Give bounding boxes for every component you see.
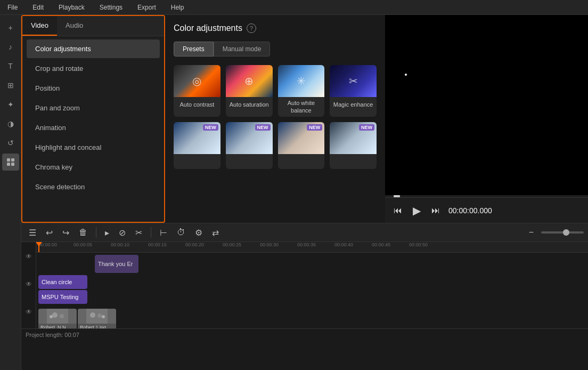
svg-rect-3 <box>11 163 14 166</box>
svg-point-6 <box>60 314 64 318</box>
manual-mode-button[interactable]: Manual mode <box>214 42 271 57</box>
play-button[interactable]: ▶ <box>411 202 423 219</box>
track-visibility-3[interactable]: 👁 <box>26 308 32 316</box>
track-right: 00:00:00 00:00:05 00:00:10 00:00:15 00:0… <box>36 242 588 328</box>
sticker-button[interactable]: ✦ <box>2 96 19 113</box>
split-button[interactable]: ⊢ <box>157 226 170 240</box>
effects-button[interactable] <box>2 154 19 171</box>
clip-thank-you[interactable]: Thank you Er <box>95 255 138 273</box>
main-layout: + ♪ T ⊞ ✦ ◑ ↺ Video Audio Col <box>0 15 588 370</box>
menu-export[interactable]: Export <box>134 3 159 12</box>
svg-point-10 <box>97 313 102 318</box>
menu-bar: File Edit Playback Settings Export Help <box>0 0 588 15</box>
preset-label-white-balance: Auto white balance <box>278 97 325 117</box>
menu-pan-zoom[interactable]: Pan and zoom <box>27 99 160 117</box>
redo-timeline-button[interactable]: ↪ <box>59 226 72 240</box>
presets-mode-button[interactable]: Presets <box>174 42 214 57</box>
menu-help[interactable]: Help <box>168 3 187 12</box>
speed-button[interactable]: ⏱ <box>174 226 189 239</box>
help-icon[interactable]: ? <box>247 23 256 33</box>
ruler-mark-7: 00:00:35 <box>297 242 316 247</box>
more-tools-button[interactable]: ⇄ <box>209 226 222 240</box>
menu-highlight-conceal[interactable]: Highlight and conceal <box>27 138 160 157</box>
select-tool-button[interactable]: ▸ <box>102 226 112 240</box>
preset-thumb-contrast: ◎ <box>174 65 220 97</box>
clip-robert-n[interactable]: Robert_N N <box>38 309 77 328</box>
ruler-mark-9: 00:00:45 <box>372 242 390 247</box>
clip-clean-circle[interactable]: Clean circle <box>38 275 87 289</box>
track-visibility-2[interactable]: 👁 <box>26 280 32 288</box>
audio-button[interactable]: ♪ <box>2 38 19 55</box>
audio-tool-button[interactable]: ⚙ <box>192 226 206 240</box>
svg-point-7 <box>50 315 53 318</box>
preset-thumb-new3: NEW <box>278 122 325 154</box>
preset-auto-contrast[interactable]: ◎ Auto contrast <box>174 65 220 117</box>
tabs-row: Video Audio <box>22 16 164 36</box>
ruler-mark-5: 00:00:25 <box>223 242 241 247</box>
preset-label-magic: Magic enhance <box>330 97 377 112</box>
clip-robert-1[interactable]: Robert 1.jpg <box>78 309 116 328</box>
preview-dot <box>405 74 407 76</box>
preset-new-4[interactable]: NEW <box>330 122 377 169</box>
menu-playback[interactable]: Playback <box>55 3 88 12</box>
transition-button[interactable]: ⊞ <box>2 77 19 94</box>
tab-video[interactable]: Video <box>22 16 57 36</box>
menu-file[interactable]: File <box>4 3 21 12</box>
track-visibility-1[interactable]: 👁 <box>26 253 32 260</box>
new-badge-3: NEW <box>307 124 322 131</box>
preset-label-saturation: Auto saturation <box>226 97 273 112</box>
robert-1-thumb <box>78 309 116 324</box>
preset-thumb-magic: ✂ <box>330 65 377 97</box>
add-media-button[interactable]: + <box>2 19 19 36</box>
menu-crop-rotate[interactable]: Crop and rotate <box>27 59 160 78</box>
tab-audio[interactable]: Audio <box>57 16 92 36</box>
toolbar-separator-2 <box>151 227 151 238</box>
undo-button[interactable]: ↺ <box>2 134 19 151</box>
ruler-mark-10: 00:00:50 <box>409 242 428 247</box>
clips-area: Thank you Er Clean circle MSPU Testing <box>36 253 588 328</box>
preset-new-2[interactable]: NEW <box>226 122 273 169</box>
clip-mspu-testing[interactable]: MSPU Testing <box>38 290 87 304</box>
fast-forward-button[interactable]: ⏭ <box>429 204 442 218</box>
preset-auto-white-balance[interactable]: ✳ Auto white balance <box>278 65 325 117</box>
cut-tool-button[interactable]: ✂ <box>132 226 145 240</box>
preset-thumb-saturation: ⊕ <box>226 65 273 97</box>
new-badge-2: NEW <box>255 124 271 131</box>
delete-timeline-button[interactable]: 🗑 <box>76 226 91 239</box>
undo-timeline-button[interactable]: ↩ <box>43 226 56 240</box>
playhead[interactable] <box>38 242 39 253</box>
mode-buttons: Presets Manual mode <box>174 42 377 57</box>
preset-new-3[interactable]: NEW <box>278 122 325 169</box>
zoom-controls: − + <box>526 226 584 239</box>
ruler-mark-6: 00:00:30 <box>260 242 279 247</box>
preset-new-1[interactable]: NEW <box>174 122 220 169</box>
menu-chroma-key[interactable]: Chroma key <box>27 158 160 176</box>
svg-point-11 <box>102 315 105 318</box>
saturation-icon: ⊕ <box>244 75 254 87</box>
timeline-inner: 👁 👁 👁 🔒 00:00:00 00:00:05 00:00:10 00:00… <box>21 242 588 328</box>
robert-n-thumb <box>38 309 77 324</box>
menu-edit[interactable]: Edit <box>29 3 47 12</box>
left-panel: Video Audio Color adjustments Crop and r… <box>21 15 165 223</box>
menu-animation[interactable]: Animation <box>27 118 160 137</box>
rewind-button[interactable]: ⏮ <box>391 204 404 218</box>
menu-position[interactable]: Position <box>27 79 160 98</box>
preset-label-new1 <box>174 154 220 169</box>
preset-label-contrast: Auto contrast <box>174 97 220 112</box>
text-button[interactable]: T <box>2 58 19 75</box>
timeline-settings-button[interactable]: ☰ <box>26 226 39 240</box>
disable-tool-button[interactable]: ⊘ <box>116 226 129 240</box>
menu-settings[interactable]: Settings <box>96 3 126 12</box>
top-section: Video Audio Color adjustments Crop and r… <box>21 15 588 223</box>
filter-button[interactable]: ◑ <box>2 115 19 132</box>
robert-1-label: Robert 1.jpg <box>78 324 116 328</box>
preset-auto-saturation[interactable]: ⊕ Auto saturation <box>226 65 273 117</box>
zoom-out-button[interactable]: − <box>526 226 537 239</box>
zoom-slider[interactable] <box>541 231 584 234</box>
menu-scene-detection[interactable]: Scene detection <box>27 178 160 196</box>
preset-magic-enhance[interactable]: ✂ Magic enhance <box>330 65 377 117</box>
contrast-icon: ◎ <box>192 75 201 87</box>
preset-thumb-white-balance: ✳ <box>278 65 325 97</box>
svg-point-5 <box>52 312 58 318</box>
menu-color-adjustments[interactable]: Color adjustments <box>27 39 160 58</box>
